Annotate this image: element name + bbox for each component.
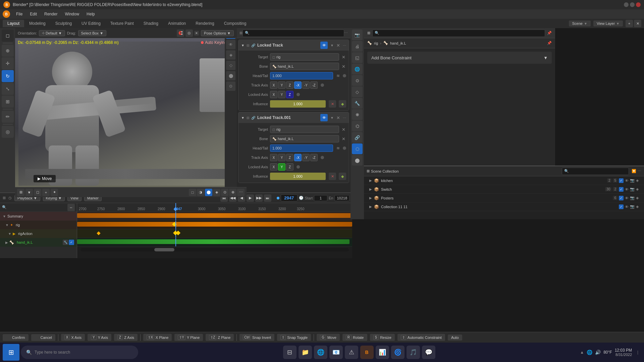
- constraint-1-down-btn[interactable]: ▼: [330, 44, 334, 47]
- kitchen-vis-check[interactable]: ✓: [619, 178, 624, 183]
- constraint-panel-menu[interactable]: ⋯: [344, 31, 348, 35]
- constraint-1-axis-neg-x[interactable]: -X: [294, 81, 302, 89]
- auto-constraint-btn[interactable]: ⇧ Automatic Constraint: [397, 334, 445, 341]
- more-options-btn[interactable]: ⋯: [237, 189, 245, 196]
- auto-status-btn[interactable]: Auto: [448, 335, 462, 341]
- menu-edit[interactable]: Edit: [26, 11, 40, 17]
- cursor-tool-btn[interactable]: ⊕: [2, 45, 14, 57]
- constraint-2-locked-z[interactable]: Z: [286, 163, 293, 171]
- viewport-canvas[interactable]: Dx: -0.07548 m Dy: -0.2065 m Dz: -0.4344…: [15, 38, 236, 189]
- constraint-1-headtail-value[interactable]: 1.000: [270, 72, 333, 79]
- taskbar-app9[interactable]: 🎵: [407, 346, 420, 359]
- prop-particles-btn[interactable]: ❋: [352, 109, 363, 120]
- kitchen-eye[interactable]: 👁: [625, 179, 629, 183]
- constraint-2-close[interactable]: ✕: [336, 115, 341, 121]
- drag-selector[interactable]: Select Box ▼: [78, 30, 106, 36]
- summary-expand[interactable]: ▼: [3, 215, 6, 218]
- constraint-1-influence-reset[interactable]: ✕: [329, 100, 336, 108]
- viewport-overlay-btn[interactable]: ⊙: [226, 81, 235, 91]
- summary-track-row[interactable]: ▼ Summary: [0, 212, 77, 221]
- constraint-1-headtail-icon[interactable]: ≋: [336, 73, 340, 78]
- collection-expand[interactable]: ▶: [369, 205, 372, 208]
- constraint-2-expand[interactable]: ▼: [241, 116, 245, 120]
- scene-add-btn[interactable]: +: [626, 20, 633, 27]
- extra-tool-btn[interactable]: ◎: [2, 126, 14, 138]
- x-axis-btn[interactable]: X X Axis: [61, 334, 85, 341]
- constraint-1-locked-z[interactable]: Z: [286, 91, 293, 98]
- constraint-2-axis-neg-y[interactable]: -Y: [302, 154, 310, 161]
- menu-window[interactable]: Window: [61, 11, 83, 17]
- constraint-2-locked-x[interactable]: X: [270, 163, 277, 171]
- move-tool-btn[interactable]: ✛: [2, 57, 14, 69]
- taskbar-file-explorer[interactable]: 📁: [299, 346, 312, 359]
- constraint-1-expand[interactable]: ▼: [241, 44, 245, 47]
- vb-select-btn[interactable]: ◻: [34, 189, 41, 196]
- tab-texture-paint[interactable]: Texture Paint: [106, 20, 139, 27]
- constraint-2-trackaxis-dot[interactable]: [321, 156, 324, 159]
- tab-shading[interactable]: Shading: [139, 20, 163, 27]
- timeline-scrollbar[interactable]: [80, 248, 349, 251]
- hand-ik-check[interactable]: ✓: [69, 240, 74, 245]
- scene-selector[interactable]: Scene ▼: [569, 20, 591, 26]
- shading-material-btn[interactable]: ⬤: [205, 189, 212, 196]
- rigaction-expand[interactable]: ▼: [8, 232, 11, 236]
- taskbar-clock[interactable]: 12:03 PM 8/31/2022: [615, 348, 632, 357]
- overlay-btn[interactable]: ⊙: [221, 189, 228, 196]
- minimize-btn[interactable]: [624, 2, 629, 7]
- select-tool-btn[interactable]: ◻: [2, 29, 14, 42]
- prop-scene-btn[interactable]: 🌐: [352, 64, 363, 74]
- rotate-tool-btn[interactable]: ↻: [2, 70, 14, 82]
- rotate-status-btn[interactable]: R Rotate: [342, 334, 367, 341]
- transform-tool-btn[interactable]: ⊞: [2, 96, 14, 108]
- constraint-2-lockedaxis-dot[interactable]: [297, 165, 300, 169]
- snap-toggle-btn[interactable]: ⇧ Snap Toggle: [277, 334, 311, 341]
- rig-track-row[interactable]: ▼ ✦ rig: [0, 221, 77, 229]
- collection-render[interactable]: ◈: [636, 204, 639, 209]
- shading-render-btn[interactable]: ◈: [213, 189, 220, 196]
- show-desktop-btn[interactable]: │: [635, 346, 641, 359]
- add-bone-constraint-btn[interactable]: Add Bone Constraint ▼: [367, 52, 552, 64]
- taskbar-up-arrow[interactable]: ▲: [580, 350, 584, 355]
- switch-camera[interactable]: 📷: [630, 187, 635, 191]
- constraint-2-locked-y[interactable]: Y: [278, 163, 285, 171]
- prop-world-btn[interactable]: ⊙: [352, 75, 363, 86]
- end-value[interactable]: 10218: [334, 195, 350, 201]
- viewport-view-btn[interactable]: 👁: [226, 40, 235, 49]
- hand-ik-tool1[interactable]: 🔧: [63, 240, 68, 245]
- constraint-2-axis-neg-x[interactable]: -X: [294, 154, 302, 161]
- snap-invert-btn[interactable]: Ctrl Snap Invert: [239, 334, 274, 341]
- constraint-2-menu[interactable]: ⋯: [343, 116, 346, 120]
- kitchen-expand[interactable]: ▶: [369, 179, 372, 182]
- scene-remove-btn[interactable]: ✕: [634, 20, 641, 27]
- constraint-1-influence-bar[interactable]: 1.000: [270, 100, 326, 108]
- constraint-2-eye-btn[interactable]: 👁: [320, 114, 328, 121]
- viewport-render-btn[interactable]: ◈: [226, 50, 235, 60]
- constraint-2-axis-z[interactable]: Z: [286, 154, 293, 161]
- taskbar-app7[interactable]: 📊: [376, 346, 389, 359]
- constraint-1-visibility[interactable]: ⊟: [247, 44, 249, 47]
- resize-status-btn[interactable]: S Resize: [370, 334, 395, 341]
- taskbar-blender-icon[interactable]: B: [360, 346, 374, 359]
- vb-add-btn[interactable]: +: [42, 189, 50, 196]
- current-frame-display[interactable]: 2947: [281, 194, 298, 201]
- tab-uv-editing[interactable]: UV Editing: [77, 20, 105, 27]
- switch-render[interactable]: ◈: [636, 187, 639, 191]
- outliner-kitchen-item[interactable]: ▶ 📦 kitchen 2 5 ✓ 👁 📷 ◈: [364, 176, 644, 185]
- z-axis-btn[interactable]: Z Z Axis: [114, 334, 138, 341]
- tab-modeling[interactable]: Modeling: [24, 20, 50, 27]
- constraint-2-influence-bar[interactable]: 1.000: [270, 173, 326, 180]
- constraint-1-eye-btn[interactable]: 👁: [320, 42, 328, 49]
- play-last-btn[interactable]: ⏭: [264, 194, 271, 202]
- outliner-switch-item[interactable]: ▶ 📦 Switch 30 2 ✓ 👁 📷 ◈: [364, 185, 644, 194]
- tab-sculpting[interactable]: Sculpting: [51, 20, 76, 27]
- constraint-1-axis-neg-y[interactable]: -Y: [302, 81, 310, 89]
- outliner-options-btn[interactable]: ⋯: [638, 169, 641, 173]
- pose-options-btn[interactable]: Pose Options ▼: [201, 30, 234, 36]
- prop-modifier-btn[interactable]: 🔧: [352, 98, 363, 109]
- constraint-2-headtail-icon[interactable]: ≋: [336, 146, 340, 150]
- taskbar-volume-icon[interactable]: 🔊: [595, 350, 601, 355]
- switch-eye[interactable]: 👁: [625, 187, 629, 191]
- taskbar-browser2[interactable]: 🌀: [391, 346, 405, 359]
- hand-ik-track-row[interactable]: ▶ 🦴 hand_ik.L 🔧 ✓: [0, 238, 77, 247]
- bone-panel-pin[interactable]: 📌: [547, 31, 552, 35]
